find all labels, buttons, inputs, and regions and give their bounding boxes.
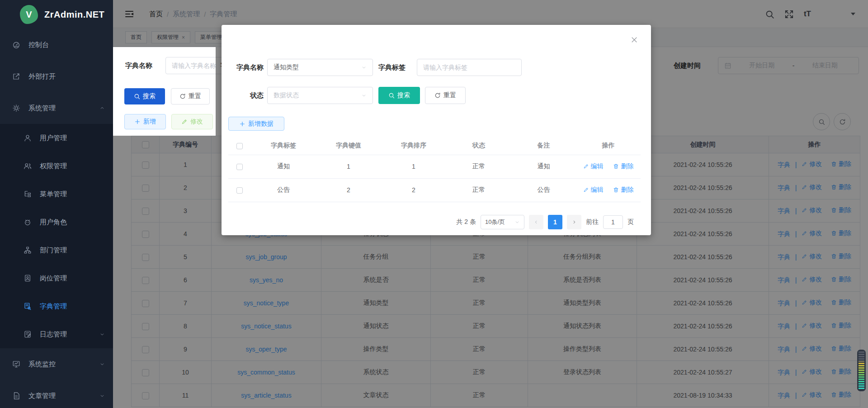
- sidebar-item-departments[interactable]: 部门管理: [0, 236, 113, 264]
- modal-status-select[interactable]: 数据状态: [267, 87, 373, 104]
- refresh-icon: [179, 93, 186, 100]
- dict-data-dialog: 字典名称 通知类型 字典标签 状态 数据状态 搜索 重置 新增数据: [222, 25, 651, 235]
- dictionary-book-icon: [24, 302, 32, 310]
- chevron-down-icon: [514, 219, 520, 225]
- org-chart-icon: [24, 246, 32, 254]
- goto-label: 前往: [586, 218, 599, 226]
- sidebar-item-logs[interactable]: 日志管理: [0, 320, 113, 348]
- chevron-left-icon: [533, 219, 539, 225]
- logo-letter: V: [26, 9, 32, 20]
- modal-overlay[interactable]: [113, 136, 216, 408]
- cell-operations: 编辑 删除: [576, 155, 641, 178]
- modal-select-all-checkbox[interactable]: [236, 143, 243, 149]
- sidebar-item-articles[interactable]: 文章管理: [0, 380, 113, 408]
- app-logo: V ZrAdmin.NET: [0, 0, 113, 29]
- sidebar-item-label: 日志管理: [40, 330, 67, 339]
- app-title: ZrAdmin.NET: [44, 9, 104, 20]
- sidebar-item-label: 岗位管理: [40, 274, 67, 283]
- monitor-icon: [12, 360, 20, 368]
- page-size-select[interactable]: 10条/页: [481, 215, 524, 229]
- modal-dict-name-label: 字典名称: [228, 59, 264, 76]
- search-icon: [134, 93, 140, 100]
- modal-search-button[interactable]: 搜索: [378, 87, 420, 104]
- pagination: 共 2 条 10条/页 1 前往 页: [222, 215, 634, 229]
- dict-data-table: 字典标签 字典键值 字典排序 状态 备注 操作 通知 1 1 正常: [228, 137, 641, 202]
- modal-dict-label-label: 字典标签: [378, 59, 412, 76]
- sidebar-item-monitor[interactable]: 系统监控: [0, 348, 113, 380]
- sidebar: V ZrAdmin.NET 控制台 外部打开 系统管理 用户管理: [0, 0, 113, 408]
- chevron-down-icon: [99, 332, 105, 337]
- close-icon[interactable]: [630, 36, 638, 44]
- sidebar-item-system[interactable]: 系统管理: [0, 92, 113, 124]
- log-pencil-icon: [24, 330, 32, 338]
- modal-add-data-label: 新增数据: [248, 120, 274, 128]
- chevron-up-icon: [99, 105, 105, 111]
- page-size-value: 10条/页: [485, 218, 505, 226]
- chevron-right-icon: [571, 219, 577, 225]
- cell-status: 正常: [446, 155, 511, 178]
- modal-dict-name-select[interactable]: 通知类型: [267, 59, 373, 76]
- add-button-label: 新增: [143, 118, 156, 126]
- sidebar-item-external[interactable]: 外部打开: [0, 61, 113, 92]
- op-edit-link[interactable]: 编辑: [583, 162, 604, 171]
- chevron-down-icon: [99, 361, 105, 367]
- gear-icon: [12, 104, 20, 112]
- chevron-down-icon: [99, 393, 105, 399]
- reset-button-label: 重置: [189, 92, 201, 100]
- sidebar-item-dictionary[interactable]: 字典管理: [0, 292, 113, 320]
- op-delete-link[interactable]: 删除: [613, 162, 633, 171]
- pencil-icon: [181, 119, 188, 125]
- row-checkbox[interactable]: [236, 164, 243, 170]
- cell-operations: 编辑 删除: [576, 178, 641, 202]
- modal-overlay[interactable]: [113, 0, 216, 47]
- refresh-icon: [434, 92, 441, 99]
- prev-page-button[interactable]: [529, 215, 543, 229]
- cell-dict-sort: 1: [381, 155, 446, 178]
- modal-reset-button[interactable]: 重置: [425, 87, 466, 104]
- sidebar-item-label: 用户角色: [40, 218, 67, 227]
- plus-icon: [239, 121, 245, 127]
- chevron-down-icon: [361, 65, 367, 70]
- edit-button[interactable]: 修改: [171, 114, 213, 129]
- sidebar-item-menus[interactable]: 菜单管理: [0, 180, 113, 208]
- dashboard-icon: [12, 41, 20, 49]
- current-page-button[interactable]: 1: [548, 215, 562, 229]
- sidebar-item-label: 菜单管理: [40, 190, 67, 199]
- sidebar-item-permissions[interactable]: 权限管理: [0, 152, 113, 180]
- sidebar-item-label: 系统管理: [28, 104, 56, 113]
- cell-remark: 公告: [511, 178, 576, 202]
- cell-dict-value: 2: [316, 178, 381, 202]
- modal-table-row: 公告 2 2 正常 公告 编辑: [228, 178, 641, 202]
- id-badge-icon: [24, 274, 32, 282]
- sidebar-item-users[interactable]: 用户管理: [0, 124, 113, 152]
- modal-reset-label: 重置: [443, 91, 456, 100]
- sidebar-item-console[interactable]: 控制台: [0, 29, 113, 61]
- pagination-total: 共 2 条: [456, 218, 476, 226]
- col-dict-sort: 字典排序: [381, 137, 446, 155]
- scrollbar-stripes: [859, 351, 864, 389]
- dict-name-label: 字典名称: [125, 57, 152, 74]
- sidebar-item-user-roles[interactable]: 用户角色: [0, 208, 113, 236]
- col-remark: 备注: [511, 137, 576, 155]
- modal-table-row: 通知 1 1 正常 通知 编辑: [228, 155, 641, 178]
- cell-dict-sort: 2: [381, 178, 446, 202]
- goto-page-input[interactable]: [603, 215, 623, 229]
- cell-checkbox: [228, 178, 251, 202]
- cell-dict-label: 通知: [251, 155, 316, 178]
- pencil-icon: [583, 163, 589, 169]
- cell-dict-label: 公告: [251, 178, 316, 202]
- next-page-button[interactable]: [567, 215, 581, 229]
- modal-dict-label-input[interactable]: [417, 59, 522, 76]
- op-delete-link[interactable]: 删除: [613, 186, 633, 194]
- sidebar-item-posts[interactable]: 岗位管理: [0, 264, 113, 292]
- add-button[interactable]: 新增: [124, 114, 166, 129]
- row-checkbox[interactable]: [236, 187, 243, 194]
- search-button[interactable]: 搜索: [124, 88, 165, 104]
- modal-add-data-button[interactable]: 新增数据: [228, 117, 284, 131]
- op-edit-link[interactable]: 编辑: [583, 186, 604, 194]
- col-dict-label: 字典标签: [251, 137, 316, 155]
- reset-button[interactable]: 重置: [171, 88, 210, 104]
- scrollbar-indicator[interactable]: [857, 350, 866, 391]
- trash-icon: [613, 187, 619, 193]
- pencil-icon: [583, 187, 589, 193]
